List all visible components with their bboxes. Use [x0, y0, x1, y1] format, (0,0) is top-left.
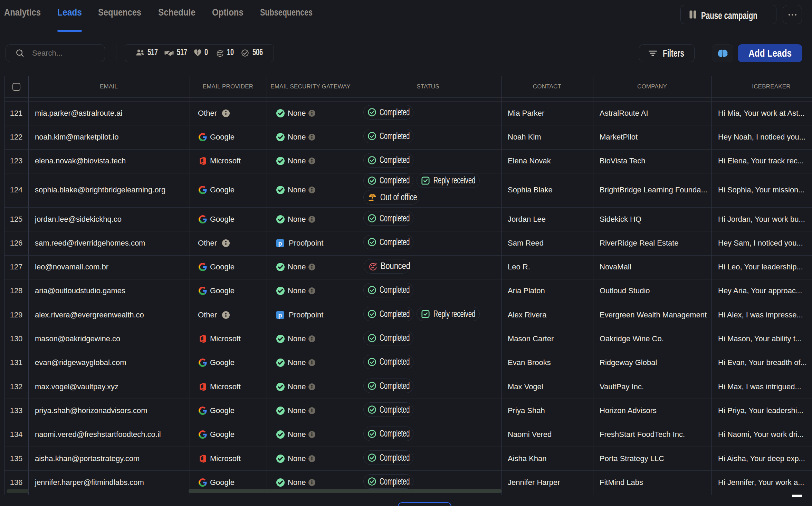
svg-text:p: p [278, 312, 282, 319]
svg-text:p: p [278, 240, 282, 247]
